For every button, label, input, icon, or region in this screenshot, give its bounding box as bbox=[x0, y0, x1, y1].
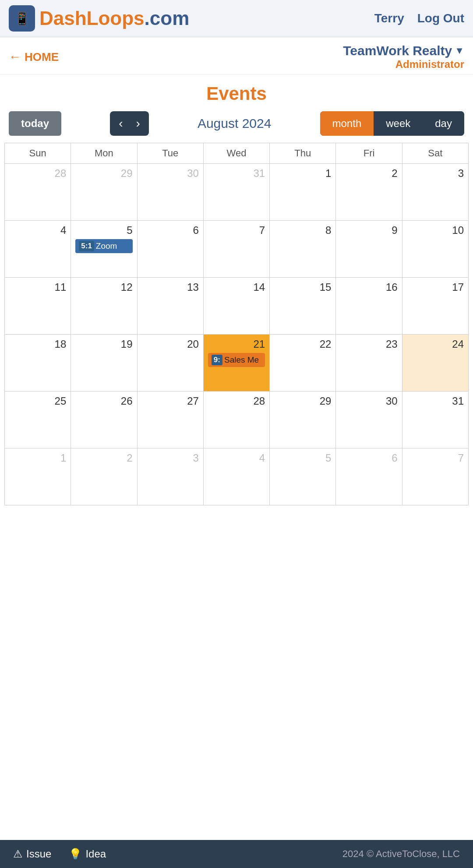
calendar-cell[interactable]: 29 bbox=[71, 164, 137, 221]
calendar-cell[interactable]: 14 bbox=[203, 278, 269, 335]
calendar-cell[interactable]: 16 bbox=[336, 278, 402, 335]
org-role: Administrator bbox=[343, 58, 464, 71]
calendar-cell[interactable]: 19 bbox=[71, 335, 137, 392]
col-fri: Fri bbox=[336, 143, 402, 164]
calendar-cell[interactable]: 55:1Zoom bbox=[71, 221, 137, 278]
back-arrow-icon: ← bbox=[9, 50, 21, 64]
calendar-cell[interactable]: 28 bbox=[5, 164, 71, 221]
idea-icon: 💡 bbox=[69, 848, 82, 860]
calendar-week-row: 181920219:Sales Me222324 bbox=[5, 335, 469, 392]
event-badge[interactable]: 5:1Zoom bbox=[75, 239, 132, 253]
day-number: 1 bbox=[9, 452, 66, 464]
idea-button[interactable]: 💡 Idea bbox=[69, 848, 106, 860]
calendar-cell[interactable]: 17 bbox=[402, 278, 468, 335]
view-week-button[interactable]: week bbox=[374, 111, 423, 136]
day-number: 17 bbox=[407, 281, 464, 293]
calendar-week-row: 455:1Zoom678910 bbox=[5, 221, 469, 278]
calendar-week-row: 25262728293031 bbox=[5, 392, 469, 448]
calendar-controls: today ‹ › August 2024 month week day bbox=[0, 111, 473, 143]
calendar-cell[interactable]: 2 bbox=[71, 448, 137, 505]
col-tue: Tue bbox=[137, 143, 203, 164]
day-number: 2 bbox=[340, 167, 397, 180]
issue-icon: ⚠ bbox=[13, 848, 23, 860]
calendar-cell[interactable]: 30 bbox=[336, 392, 402, 448]
day-number: 3 bbox=[142, 452, 199, 464]
col-thu: Thu bbox=[270, 143, 336, 164]
calendar-cell[interactable]: 1 bbox=[5, 448, 71, 505]
day-number: 15 bbox=[274, 281, 331, 293]
calendar-cell[interactable]: 3 bbox=[402, 164, 468, 221]
calendar-table: Sun Mon Tue Wed Thu Fri Sat 282930311234… bbox=[4, 143, 469, 505]
event-label: Zoom bbox=[96, 241, 117, 251]
calendar-cell[interactable]: 29 bbox=[270, 392, 336, 448]
calendar-cell[interactable]: 12 bbox=[71, 278, 137, 335]
calendar-cell[interactable]: 28 bbox=[203, 392, 269, 448]
day-number: 19 bbox=[75, 338, 132, 350]
calendar-header-row: Sun Mon Tue Wed Thu Fri Sat bbox=[5, 143, 469, 164]
header-user: Terry bbox=[374, 11, 404, 25]
issue-button[interactable]: ⚠ Issue bbox=[13, 848, 51, 860]
calendar-cell[interactable]: 26 bbox=[71, 392, 137, 448]
event-badge[interactable]: 9:Sales Me bbox=[208, 353, 265, 367]
nav-bar: ← HOME TeamWork Realty ▼ Administrator bbox=[0, 37, 473, 74]
day-number: 25 bbox=[9, 395, 66, 407]
calendar-cell[interactable]: 8 bbox=[270, 221, 336, 278]
day-number: 29 bbox=[75, 167, 132, 180]
idea-label: Idea bbox=[85, 848, 106, 860]
logo-text: DashLoops.com bbox=[39, 7, 189, 29]
event-time: 9: bbox=[212, 355, 222, 365]
calendar-cell[interactable]: 6 bbox=[336, 448, 402, 505]
footer: ⚠ Issue 💡 Idea 2024 © ActiveToClose, LLC bbox=[0, 840, 473, 868]
calendar-cell[interactable]: 219:Sales Me bbox=[203, 335, 269, 392]
calendar-cell[interactable]: 2 bbox=[336, 164, 402, 221]
calendar-cell[interactable]: 31 bbox=[402, 392, 468, 448]
next-month-button[interactable]: › bbox=[131, 115, 144, 132]
calendar-cell[interactable]: 20 bbox=[137, 335, 203, 392]
day-number: 1 bbox=[274, 167, 331, 180]
calendar-week-row: 11121314151617 bbox=[5, 278, 469, 335]
calendar-cell[interactable]: 4 bbox=[203, 448, 269, 505]
footer-left: ⚠ Issue 💡 Idea bbox=[13, 848, 106, 860]
home-link[interactable]: ← HOME bbox=[9, 50, 59, 64]
day-number: 13 bbox=[142, 281, 199, 293]
day-number: 2 bbox=[75, 452, 132, 464]
calendar-cell[interactable]: 10 bbox=[402, 221, 468, 278]
day-number: 30 bbox=[340, 395, 397, 407]
calendar-cell[interactable]: 24 bbox=[402, 335, 468, 392]
day-number: 11 bbox=[9, 281, 66, 293]
calendar-wrapper: Sun Mon Tue Wed Thu Fri Sat 282930311234… bbox=[0, 143, 473, 505]
calendar-cell[interactable]: 3 bbox=[137, 448, 203, 505]
calendar-cell[interactable]: 4 bbox=[5, 221, 71, 278]
day-number: 20 bbox=[142, 338, 199, 350]
calendar-cell[interactable]: 31 bbox=[203, 164, 269, 221]
day-number: 28 bbox=[9, 167, 66, 180]
calendar-cell[interactable]: 7 bbox=[402, 448, 468, 505]
calendar-cell[interactable]: 5 bbox=[270, 448, 336, 505]
calendar-cell[interactable]: 7 bbox=[203, 221, 269, 278]
calendar-cell[interactable]: 15 bbox=[270, 278, 336, 335]
logo-sub: .com bbox=[145, 7, 190, 29]
prev-month-button[interactable]: ‹ bbox=[114, 115, 127, 132]
day-number: 3 bbox=[407, 167, 464, 180]
org-name[interactable]: TeamWork Realty ▼ bbox=[343, 43, 464, 58]
calendar-cell[interactable]: 11 bbox=[5, 278, 71, 335]
calendar-cell[interactable]: 23 bbox=[336, 335, 402, 392]
calendar-cell[interactable]: 9 bbox=[336, 221, 402, 278]
day-number: 6 bbox=[142, 224, 199, 236]
calendar-cell[interactable]: 30 bbox=[137, 164, 203, 221]
calendar-cell[interactable]: 27 bbox=[137, 392, 203, 448]
col-wed: Wed bbox=[203, 143, 269, 164]
logout-button[interactable]: Log Out bbox=[417, 11, 464, 25]
day-number: 4 bbox=[9, 224, 66, 236]
day-number: 24 bbox=[407, 338, 464, 350]
view-month-button[interactable]: month bbox=[320, 111, 374, 136]
view-day-button[interactable]: day bbox=[423, 111, 464, 136]
today-button[interactable]: today bbox=[9, 111, 61, 136]
calendar-cell[interactable]: 18 bbox=[5, 335, 71, 392]
calendar-cell[interactable]: 13 bbox=[137, 278, 203, 335]
day-number: 7 bbox=[407, 452, 464, 464]
calendar-cell[interactable]: 1 bbox=[270, 164, 336, 221]
calendar-cell[interactable]: 6 bbox=[137, 221, 203, 278]
calendar-cell[interactable]: 25 bbox=[5, 392, 71, 448]
calendar-cell[interactable]: 22 bbox=[270, 335, 336, 392]
